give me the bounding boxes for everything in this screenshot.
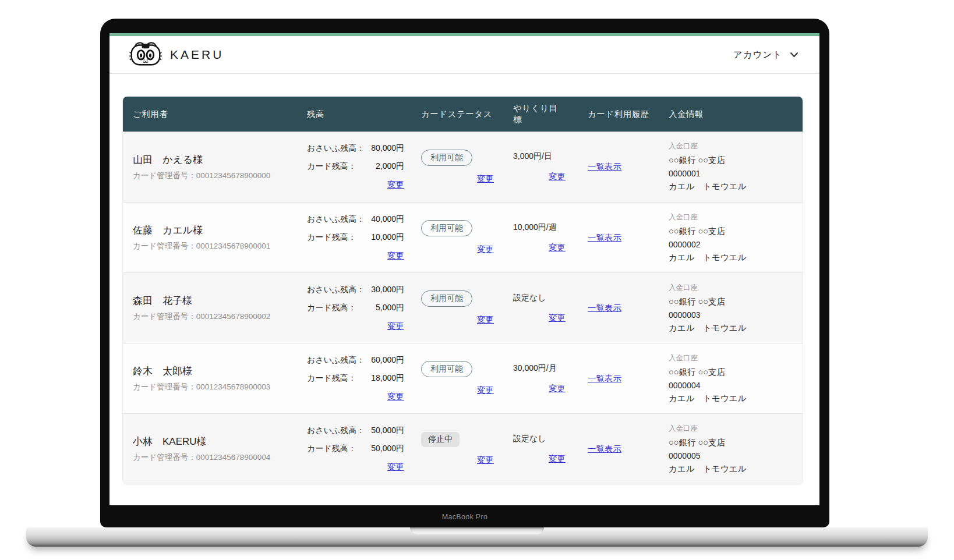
card-balance: カード残高：10,000円 <box>307 232 404 243</box>
column-header-card-status: カードステータス <box>413 109 506 120</box>
deposit-account-number: 0000005 <box>669 451 796 460</box>
status-badge: 利用可能 <box>421 150 472 166</box>
goal-value: 3,000円/日 <box>513 151 566 162</box>
user-name: 鈴木 太郎様 <box>133 364 299 378</box>
deposit-account-holder: カエル トモウエル <box>669 181 796 192</box>
deposit-bank: ○○銀行 ○○支店 <box>669 296 796 307</box>
wallet-balance: おさいふ残高：60,000円 <box>307 355 404 366</box>
deposit-bank: ○○銀行 ○○支店 <box>669 437 796 448</box>
card-balance: カード残高：2,000円 <box>307 161 404 172</box>
change-goal-link[interactable]: 変更 <box>549 454 566 463</box>
change-status-link[interactable]: 変更 <box>477 385 494 395</box>
column-header-balance: 残高 <box>299 109 413 120</box>
deposit-account-number: 0000002 <box>669 240 796 249</box>
status-badge: 利用可能 <box>421 361 472 377</box>
deposit-bank: ○○銀行 ○○支店 <box>669 155 796 166</box>
table-row: 佐藤 カエル様 カード管理番号：00012345678900001 おさいふ残高… <box>123 202 803 272</box>
account-menu-button[interactable]: アカウント <box>733 49 798 61</box>
column-header-deposit: 入金情報 <box>664 109 803 120</box>
deposit-account-holder: カエル トモウエル <box>669 393 796 404</box>
goal-value: 設定なし <box>513 293 566 303</box>
change-status-link[interactable]: 変更 <box>477 174 494 183</box>
status-badge: 停止中 <box>421 432 460 447</box>
column-header-user: ご利用者 <box>123 109 299 120</box>
change-balance-link[interactable]: 変更 <box>387 251 404 260</box>
wallet-balance: おさいふ残高：30,000円 <box>307 285 404 295</box>
wallet-balance: おさいふ残高：80,000円 <box>307 143 404 154</box>
deposit-bank: ○○銀行 ○○支店 <box>669 226 796 237</box>
column-header-goal: やりくり目標 <box>506 103 580 125</box>
chevron-down-icon <box>790 49 798 60</box>
history-list-link[interactable]: 一覧表示 <box>588 303 664 314</box>
card-management-number: カード管理番号：00012345678900000 <box>133 171 299 181</box>
table-row: 森田 花子様 カード管理番号：00012345678900002 おさいふ残高：… <box>123 272 803 343</box>
goal-value: 設定なし <box>513 434 566 444</box>
deposit-account-label: 入金口座 <box>669 283 796 293</box>
deposit-account-number: 0000001 <box>669 169 796 178</box>
account-menu-label: アカウント <box>733 49 782 61</box>
history-list-link[interactable]: 一覧表示 <box>588 232 664 243</box>
macbook-pro-label: MacBook Pro <box>100 513 829 521</box>
goal-value: 30,000円/月 <box>513 363 566 374</box>
change-status-link[interactable]: 変更 <box>477 315 494 324</box>
deposit-account-label: 入金口座 <box>669 212 796 222</box>
deposit-account-number: 0000003 <box>669 310 796 320</box>
change-goal-link[interactable]: 変更 <box>549 384 566 393</box>
goal-value: 10,000円/週 <box>513 222 566 233</box>
history-list-link[interactable]: 一覧表示 <box>588 444 664 455</box>
status-badge: 利用可能 <box>421 290 472 307</box>
deposit-account-label: 入金口座 <box>669 353 796 363</box>
desktop-background: KAERU アカウント ご利用者 残高 カードステータス やりくり目標 カード利… <box>0 0 954 560</box>
deposit-account-holder: カエル トモウエル <box>669 322 796 334</box>
table-body: 山田 かえる様 カード管理番号：00012345678900000 おさいふ残高… <box>123 132 803 484</box>
card-management-number: カード管理番号：00012345678900003 <box>133 382 299 392</box>
laptop-bezel: KAERU アカウント ご利用者 残高 カードステータス やりくり目標 カード利… <box>100 19 829 527</box>
user-name: 佐藤 カエル様 <box>133 224 299 237</box>
deposit-account-holder: カエル トモウエル <box>669 463 796 474</box>
change-balance-link[interactable]: 変更 <box>387 180 404 189</box>
frog-logo-icon <box>129 41 162 69</box>
laptop-lid-notch <box>410 527 544 534</box>
change-status-link[interactable]: 変更 <box>477 455 494 465</box>
change-balance-link[interactable]: 変更 <box>387 392 404 401</box>
history-list-link[interactable]: 一覧表示 <box>588 373 664 384</box>
card-balance: カード残高：50,000円 <box>307 444 404 454</box>
app-header: KAERU アカウント <box>109 36 819 74</box>
wallet-balance: おさいふ残高：50,000円 <box>307 426 404 436</box>
change-balance-link[interactable]: 変更 <box>387 321 404 331</box>
change-goal-link[interactable]: 変更 <box>549 313 566 322</box>
history-list-link[interactable]: 一覧表示 <box>588 161 664 172</box>
card-management-number: カード管理番号：00012345678900002 <box>133 311 299 322</box>
laptop-screen: KAERU アカウント ご利用者 残高 カードステータス やりくり目標 カード利… <box>109 33 819 505</box>
change-balance-link[interactable]: 変更 <box>387 462 404 472</box>
table-row: 小林 KAERU様 カード管理番号：00012345678900004 おさいふ… <box>123 413 803 484</box>
change-status-link[interactable]: 変更 <box>477 244 494 254</box>
deposit-account-number: 0000004 <box>669 381 796 390</box>
card-balance: カード残高：18,000円 <box>307 373 404 384</box>
brand-logo-link[interactable]: KAERU <box>129 41 224 69</box>
user-name: 小林 KAERU様 <box>133 435 299 448</box>
card-management-number: カード管理番号：00012345678900001 <box>133 241 299 251</box>
wallet-balance: おさいふ残高：40,000円 <box>307 214 404 225</box>
deposit-bank: ○○銀行 ○○支店 <box>669 367 796 378</box>
deposit-account-label: 入金口座 <box>669 424 796 434</box>
change-goal-link[interactable]: 変更 <box>549 172 566 181</box>
table-row: 山田 かえる様 カード管理番号：00012345678900000 おさいふ残高… <box>123 132 803 202</box>
card-balance: カード残高：5,000円 <box>307 303 404 313</box>
table-header-row: ご利用者 残高 カードステータス やりくり目標 カード利用履歴 入金情報 <box>123 97 803 132</box>
laptop-base <box>26 527 928 547</box>
table-row: 鈴木 太郎様 カード管理番号：00012345678900003 おさいふ残高：… <box>123 343 803 413</box>
user-name: 森田 花子様 <box>133 294 299 307</box>
brand-name: KAERU <box>170 48 224 62</box>
card-management-number: カード管理番号：00012345678900004 <box>133 452 299 463</box>
users-table: ご利用者 残高 カードステータス やりくり目標 カード利用履歴 入金情報 山田 … <box>122 96 803 484</box>
deposit-account-label: 入金口座 <box>669 141 796 151</box>
change-goal-link[interactable]: 変更 <box>549 243 566 252</box>
column-header-history: カード利用履歴 <box>580 109 664 120</box>
status-badge: 利用可能 <box>421 220 472 236</box>
user-name: 山田 かえる様 <box>133 153 299 166</box>
deposit-account-holder: カエル トモウエル <box>669 252 796 263</box>
